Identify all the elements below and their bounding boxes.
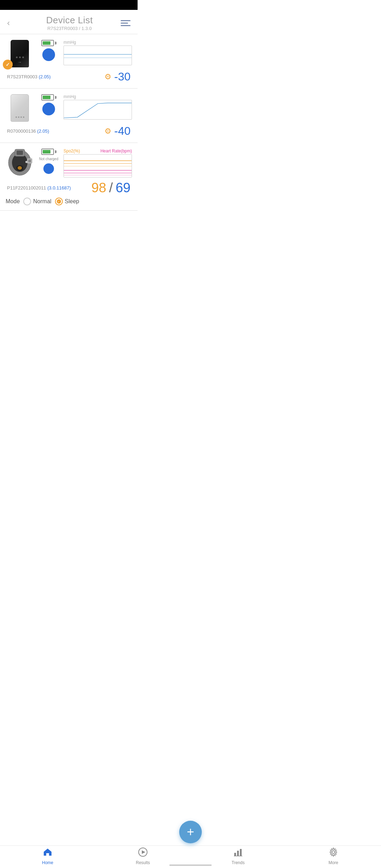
radio-sleep[interactable]	[55, 198, 63, 205]
divider-3	[0, 210, 138, 211]
device-image-col-1: → ✓	[6, 40, 34, 67]
chart-box-3	[64, 154, 132, 177]
device-id-1: R7S23TR0003 (2.05)	[7, 74, 51, 79]
blue-circle-3[interactable]	[43, 163, 54, 174]
menu-icon	[121, 20, 131, 26]
device-value-1: -30	[114, 70, 131, 83]
svg-point-7	[18, 166, 22, 170]
spo2-label: Spo2(%)	[64, 149, 80, 153]
mode-row: Mode Normal Sleep	[6, 198, 132, 205]
svg-rect-10	[28, 159, 31, 162]
back-button[interactable]: ‹	[7, 18, 18, 28]
radio-normal[interactable]	[23, 198, 31, 205]
device-image-col-2	[6, 94, 34, 122]
mode-option-normal[interactable]: Normal	[23, 198, 52, 205]
chart-col-3: Spo2(%) Heart Rate(bpm)	[64, 149, 132, 177]
checkmark-badge-1: ✓	[3, 60, 13, 70]
device-value-2: -40	[114, 125, 131, 138]
header: ‹ Device List R7S23TR0003 / 1.3.0	[0, 10, 138, 34]
mode-option-sleep[interactable]: Sleep	[55, 198, 79, 205]
gear-icon-2[interactable]: ⚙	[104, 127, 111, 136]
device-id-2: R0700000136 (2.05)	[7, 128, 49, 134]
page-title: Device List	[46, 15, 93, 26]
chart-unit-1: mmHg	[64, 40, 132, 45]
status-col-2	[38, 94, 59, 115]
device1-image: →	[11, 40, 29, 67]
chart-col-2: mmHg	[64, 94, 132, 120]
mode-label: Mode	[6, 198, 20, 205]
chart-unit-2: mmHg	[64, 94, 132, 99]
mode-sleep-label: Sleep	[65, 198, 79, 205]
device2-image	[11, 94, 29, 122]
device3-image	[6, 149, 34, 177]
chart-box-1	[64, 46, 132, 65]
device-card-1: → ✓ mmHg	[0, 34, 138, 88]
blue-circle-2[interactable]	[42, 103, 55, 115]
battery-icon-3	[41, 149, 56, 155]
content-area: → ✓ mmHg	[0, 34, 138, 260]
mode-normal-label: Normal	[33, 198, 52, 205]
device-info-row-1: R7S23TR0003 (2.05) ⚙ -30	[6, 70, 132, 83]
device-card-3: Not charged Spo2(%) Heart Rate(bpm)	[0, 143, 138, 210]
not-charged-label: Not charged	[39, 157, 58, 161]
status-bar	[0, 0, 138, 10]
device-info-row-3: P11F22011002011 (3.0.11687) 98 / 69	[6, 180, 132, 195]
battery-icon-1	[41, 40, 56, 46]
battery-icon-2	[41, 94, 56, 101]
device-id-3: P11F22011002011 (3.0.11687)	[7, 185, 71, 191]
device-image-col-3	[6, 149, 34, 177]
spo2-value: 98	[91, 180, 106, 195]
chart-col-1: mmHg	[64, 40, 132, 65]
device-card-2: mmHg R0700000136 (2.05) ⚙ -40	[0, 89, 138, 143]
device-info-row-2: R0700000136 (2.05) ⚙ -40	[6, 125, 132, 138]
svg-rect-5	[17, 151, 23, 155]
menu-button[interactable]	[121, 20, 131, 26]
device-subtitle: R7S23TR0003 / 1.3.0	[46, 26, 93, 31]
status-col-1	[38, 40, 59, 61]
chart-box-2	[64, 100, 132, 120]
blue-circle-1[interactable]	[42, 48, 55, 61]
hr-label: Heart Rate(bpm)	[101, 149, 132, 153]
hr-value: 69	[116, 180, 131, 195]
status-col-3: Not charged	[38, 149, 59, 174]
gear-icon-1[interactable]: ⚙	[104, 72, 111, 82]
